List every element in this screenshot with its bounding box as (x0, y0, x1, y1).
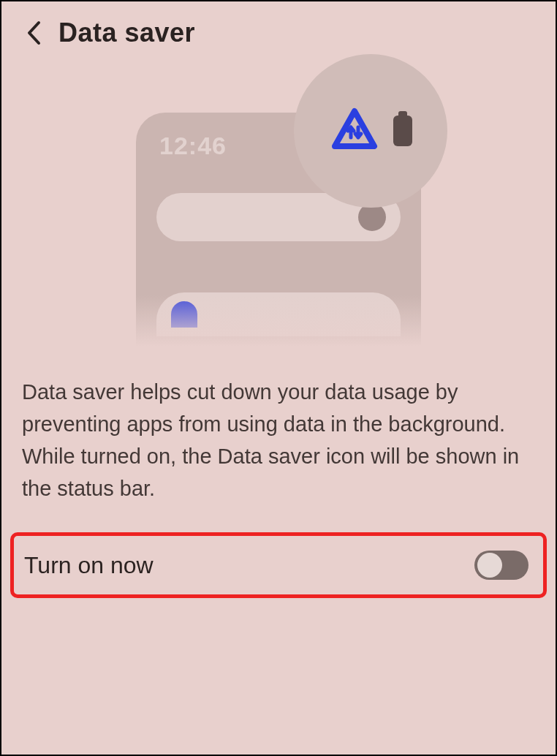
description-text: Data saver helps cut down your data usag… (1, 347, 556, 532)
back-button[interactable] (19, 18, 48, 48)
toggle-knob (477, 553, 502, 578)
turn-on-now-toggle[interactable] (474, 551, 528, 580)
status-time: 12:46 (159, 132, 227, 160)
turn-on-now-row[interactable]: Turn on now (10, 532, 547, 598)
fade (107, 295, 450, 347)
magnifier (294, 54, 447, 208)
toggle-label: Turn on now (24, 552, 154, 579)
header: Data saver (1, 1, 556, 61)
chevron-left-icon (26, 20, 42, 45)
page-title: Data saver (58, 18, 195, 48)
illustration: 12:46 (1, 61, 556, 347)
battery-icon (393, 116, 412, 146)
phone-mock: 12:46 (136, 113, 421, 347)
data-saver-icon (329, 107, 380, 155)
